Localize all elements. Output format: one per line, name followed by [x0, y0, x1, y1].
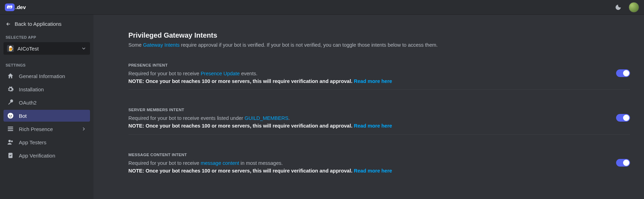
- svg-point-6: [8, 140, 11, 142]
- intent-label: SERVER MEMBERS INTENT: [128, 108, 630, 112]
- back-label: Back to Applications: [15, 21, 61, 27]
- sidebar-item-label: General Information: [19, 73, 65, 79]
- sidebar: Back to Applications SELECTED APP 🍺 AICo…: [0, 15, 93, 199]
- toggle-knob: [623, 70, 629, 76]
- intent-text: Required for your bot to receive Presenc…: [128, 70, 630, 78]
- read-more-link[interactable]: Read more here: [354, 123, 392, 129]
- read-more-link[interactable]: Read more here: [354, 168, 392, 174]
- gear-icon: [7, 86, 14, 93]
- back-to-applications-link[interactable]: Back to Applications: [3, 19, 90, 32]
- guild-members-link[interactable]: GUILD_MEMBERS: [245, 115, 289, 121]
- message-content-link[interactable]: message content: [201, 160, 239, 166]
- sidebar-item-label: OAuth2: [19, 100, 37, 106]
- intent-server-members: SERVER MEMBERS INTENT Required for your …: [128, 108, 630, 139]
- svg-point-0: [8, 113, 14, 119]
- sidebar-item-label: Bot: [19, 113, 27, 119]
- sidebar-item-rich-presence[interactable]: Rich Presence: [3, 123, 90, 135]
- chevron-down-icon: [81, 46, 87, 51]
- arrow-left-icon: [6, 21, 11, 27]
- svg-rect-4: [8, 128, 13, 129]
- sidebar-item-bot[interactable]: Bot: [3, 110, 90, 122]
- sidebar-item-app-verification[interactable]: App Verification: [3, 150, 90, 161]
- intent-text: Required for your bot to receive events …: [128, 115, 630, 122]
- presence-update-link[interactable]: Presence Update: [201, 71, 240, 76]
- svg-point-2: [11, 115, 12, 116]
- intent-note: NOTE: Once your bot reaches 100 or more …: [128, 122, 630, 130]
- page-description: Some Gateway Intents require approval if…: [128, 41, 630, 49]
- sidebar-item-label: App Verification: [19, 153, 55, 159]
- clipboard-check-icon: [7, 152, 14, 159]
- main-content: Privileged Gateway Intents Some Gateway …: [93, 15, 644, 199]
- brand-suffix: .dev: [15, 4, 26, 10]
- svg-point-7: [11, 140, 13, 142]
- page-title: Privileged Gateway Intents: [128, 31, 630, 39]
- intent-note: NOTE: Once your bot reaches 100 or more …: [128, 167, 630, 175]
- intent-message-content: MESSAGE CONTENT INTENT Required for your…: [128, 153, 630, 179]
- home-icon: [7, 72, 14, 79]
- app-icon: 🍺: [7, 45, 14, 52]
- chevron-right-icon: [81, 126, 87, 132]
- message-content-intent-toggle[interactable]: [616, 159, 630, 167]
- brand-logo[interactable]: .dev: [5, 3, 26, 11]
- sidebar-item-app-testers[interactable]: App Testers: [3, 136, 90, 148]
- top-bar: .dev: [0, 0, 644, 15]
- svg-rect-5: [8, 130, 13, 131]
- app-selector[interactable]: 🍺 AICoTest: [3, 42, 90, 55]
- bot-icon: [7, 112, 14, 119]
- server-members-intent-toggle[interactable]: [616, 114, 630, 122]
- intent-label: MESSAGE CONTENT INTENT: [128, 153, 630, 157]
- gateway-intents-link[interactable]: Gateway Intents: [143, 42, 180, 48]
- moon-icon: [615, 4, 622, 11]
- sidebar-item-label: App Testers: [19, 139, 46, 145]
- users-icon: [7, 139, 14, 146]
- toggle-knob: [623, 115, 629, 121]
- list-icon: [7, 125, 14, 132]
- sidebar-item-label: Installation: [19, 86, 44, 92]
- toggle-knob: [623, 160, 629, 166]
- intent-label: PRESENCE INTENT: [128, 63, 630, 67]
- selected-app-heading: SELECTED APP: [3, 33, 90, 41]
- settings-heading: SETTINGS: [3, 61, 90, 69]
- sidebar-item-oauth2[interactable]: OAuth2: [3, 97, 90, 108]
- svg-rect-3: [8, 127, 13, 128]
- presence-intent-toggle[interactable]: [616, 69, 630, 77]
- sidebar-item-label: Rich Presence: [19, 126, 53, 132]
- intent-presence: PRESENCE INTENT Required for your bot to…: [128, 63, 630, 94]
- sidebar-item-installation[interactable]: Installation: [3, 83, 90, 95]
- read-more-link[interactable]: Read more here: [354, 78, 392, 84]
- theme-toggle-button[interactable]: [614, 3, 622, 12]
- user-avatar[interactable]: [629, 2, 639, 13]
- wrench-icon: [7, 99, 14, 106]
- discord-logo-icon: [5, 3, 15, 11]
- svg-point-1: [9, 115, 10, 116]
- sidebar-item-general-information[interactable]: General Information: [3, 70, 90, 82]
- intent-note: NOTE: Once your bot reaches 100 or more …: [128, 78, 630, 85]
- intent-text: Required for your bot to receive message…: [128, 160, 630, 167]
- app-name: AICoTest: [17, 46, 39, 52]
